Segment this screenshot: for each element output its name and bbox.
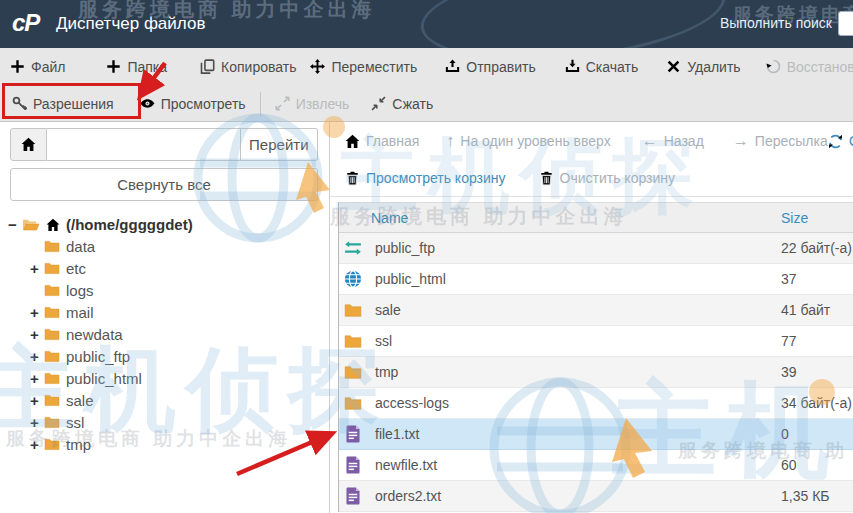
file-name: ssl [375, 333, 392, 349]
folder-icon [44, 327, 60, 341]
go-button[interactable]: Перейти [241, 128, 318, 161]
folder-icon [44, 239, 60, 253]
expand-toggle[interactable]: + [30, 368, 42, 390]
tree-item-label: logs [66, 280, 94, 302]
nav-label: Пересылка [755, 133, 828, 149]
arrow-right-icon: → [733, 133, 749, 149]
file-row-file1-selected[interactable]: file1.txt 0 [339, 419, 853, 450]
tree-item-mail[interactable]: + mail [0, 302, 330, 324]
file-row-public_ftp[interactable]: public_ftp 22 байт(-а) [339, 233, 853, 264]
copy-button[interactable]: Копировать [200, 59, 296, 75]
file-row-public_html[interactable]: public_html 37 [339, 264, 853, 295]
button-label: Восстановить [787, 59, 853, 75]
tree-item-ssl[interactable]: + ssl [0, 412, 330, 434]
path-go-bar: Перейти [10, 128, 318, 161]
nav-home-link[interactable]: Главная [345, 133, 419, 149]
file-size: 37 [781, 271, 797, 287]
tree-item-data[interactable]: data [0, 236, 330, 258]
search-input[interactable] [838, 11, 853, 36]
folder-icon [44, 349, 60, 363]
collapse-all-button[interactable]: Свернуть все [10, 168, 318, 201]
tree-item-logs[interactable]: logs [0, 280, 330, 302]
tree-root-home[interactable]: − (/home/gggggdet) [0, 214, 330, 236]
folder-icon [344, 394, 362, 412]
expand-toggle[interactable]: + [30, 324, 42, 346]
nav-forward-link[interactable]: → Пересылка [733, 133, 828, 149]
sidebar: Перейти Свернуть все − (/home/gggggdet) … [0, 122, 330, 513]
folder-icon [44, 305, 60, 319]
tree-item-label: tmp [66, 434, 91, 456]
new-folder-button[interactable]: Папка [106, 59, 167, 75]
tree-item-public_html[interactable]: + public_html [0, 368, 330, 390]
file-row-orders2[interactable]: orders2.txt 1,35 КБ [339, 481, 853, 512]
toolbar-row-1: Файл Папка Копировать Переместить Отправ… [0, 48, 853, 85]
file-row-newfile[interactable]: newfile.txt 60 [339, 450, 853, 481]
expand-toggle[interactable]: + [30, 302, 42, 324]
file-size: 34 байт(-а) [781, 395, 852, 411]
tree-item-label: sale [66, 390, 94, 412]
tree-item-label: ssl [66, 412, 84, 434]
file-name: public_ftp [375, 240, 435, 256]
button-label: Удалить [687, 59, 740, 75]
file-name: newfile.txt [375, 457, 437, 473]
home-button[interactable] [10, 128, 47, 161]
folder-icon [44, 283, 60, 297]
view-button[interactable]: Просмотреть [140, 96, 246, 112]
file-name: tmp [375, 364, 398, 380]
compress-button[interactable]: Сжать [371, 96, 433, 112]
tree-item-sale[interactable]: + sale [0, 390, 330, 412]
file-row-sale[interactable]: sale 41 байт [339, 295, 853, 326]
extract-button[interactable]: Извлечь [275, 96, 350, 112]
button-label: Копировать [221, 59, 296, 75]
eye-icon [140, 96, 155, 111]
folder-icon [344, 363, 362, 381]
button-label: Файл [31, 59, 65, 75]
file-name: orders2.txt [375, 488, 441, 504]
column-header-name[interactable]: Name [371, 210, 408, 226]
file-size: 41 байт [781, 302, 830, 318]
button-label: Извлечь [296, 96, 350, 112]
path-input[interactable] [47, 128, 241, 161]
nav-back-link[interactable]: ← Назад [642, 133, 704, 149]
expand-toggle[interactable]: + [30, 258, 42, 280]
expand-toggle[interactable]: + [30, 412, 42, 434]
file-row-tmp[interactable]: tmp 39 [339, 357, 853, 388]
empty-trash-link[interactable]: Очистить корзину [539, 170, 676, 186]
directory-tree: − (/home/gggggdet) data + etc logs [0, 214, 330, 456]
open-folder-icon [22, 217, 40, 232]
nav-reload-link[interactable]: Обновить [828, 122, 853, 160]
file-row-ssl[interactable]: ssl 77 [339, 326, 853, 357]
file-size: 77 [781, 333, 797, 349]
restore-button[interactable]: Восстановить [766, 59, 853, 75]
extract-icon [275, 96, 290, 111]
tree-item-tmp[interactable]: + tmp [0, 434, 330, 456]
view-trash-link[interactable]: Просмотреть корзину [345, 170, 506, 186]
upload-button[interactable]: Отправить [445, 59, 535, 75]
move-button[interactable]: Переместить [310, 59, 417, 75]
navigation-row-1: Главная ↑ На один уровень вверх ← Назад … [330, 122, 853, 160]
nav-up-one-level-link[interactable]: ↑ На один уровень вверх [446, 133, 610, 149]
nav-label: На один уровень вверх [460, 133, 610, 149]
file-name: file1.txt [375, 426, 419, 442]
search-label: Выполнить поиск [720, 15, 832, 31]
tree-item-public_ftp[interactable]: + public_ftp [0, 346, 330, 368]
column-header-size[interactable]: Size [781, 210, 808, 226]
home-icon [21, 137, 36, 152]
cpanel-logo: cP [12, 9, 39, 37]
tree-item-etc[interactable]: + etc [0, 258, 330, 280]
tree-item-newdata[interactable]: + newdata [0, 324, 330, 346]
button-label: Скачать [586, 59, 639, 75]
text-file-icon [344, 425, 362, 443]
file-row-access-logs[interactable]: access-logs 34 байт(-а) [339, 388, 853, 419]
expand-toggle[interactable]: + [30, 390, 42, 412]
new-file-button[interactable]: Файл [10, 59, 65, 75]
watermark-swoosh [416, 0, 730, 48]
file-name: public_html [375, 271, 446, 287]
collapse-toggle[interactable]: − [8, 214, 20, 236]
expand-toggle[interactable]: + [30, 346, 42, 368]
delete-button[interactable]: Удалить [666, 59, 740, 75]
page-title: Диспетчер файлов [56, 14, 205, 34]
tree-item-label: data [66, 236, 95, 258]
download-button[interactable]: Скачать [565, 59, 639, 75]
expand-toggle[interactable]: + [30, 434, 42, 456]
